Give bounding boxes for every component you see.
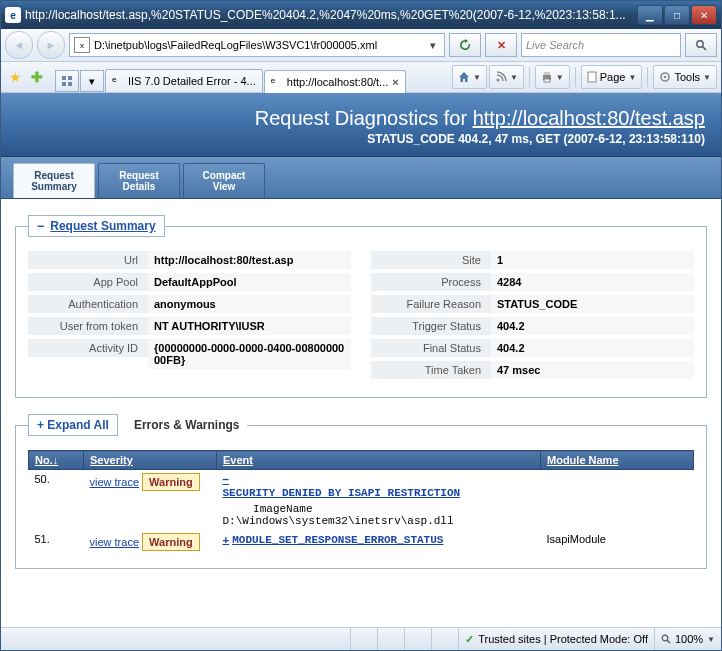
kv-key: User from token (28, 317, 148, 335)
view-trace-link[interactable]: view trace (90, 536, 140, 548)
navbar: ◄ ► x D:\inetpub\logs\FailedReqLogFiles\… (1, 29, 721, 62)
toggle-icon[interactable]: + (223, 533, 230, 546)
toggle-icon[interactable]: − (223, 473, 230, 486)
kv-key: Url (28, 251, 148, 269)
maximize-button[interactable]: □ (664, 5, 690, 25)
kv-value: 4284 (491, 273, 694, 291)
search-input[interactable]: Live Search (521, 33, 681, 57)
close-tab-icon[interactable]: × (392, 76, 398, 88)
kv-key: Site (371, 251, 491, 269)
kv-value: NT AUTHORITY\IUSR (148, 317, 351, 335)
table-row: 50. view trace Warning − SECURITY DENIED… (29, 470, 694, 531)
add-favorite-icon[interactable]: ✚ (27, 67, 47, 87)
ie-icon: e (5, 7, 21, 23)
banner-subtitle: STATUS_CODE 404.2, 47 ms, GET (2007-6-12… (17, 132, 705, 146)
event-name-link[interactable]: SECURITY DENIED BY ISAPI RESTRICTION (223, 487, 461, 499)
kv-row: Failure ReasonSTATUS_CODE (371, 295, 694, 313)
svg-point-13 (662, 635, 668, 641)
kv-key: Trigger Status (371, 317, 491, 335)
chevron-down-icon: ▼ (556, 73, 564, 82)
section-title: Request Summary (50, 219, 155, 233)
event-detail: ImageName D:\Windows\system32\inetsrv\as… (223, 503, 535, 527)
kv-value: 1 (491, 251, 694, 269)
row-number: 50. (29, 470, 84, 531)
diagnostics-url-link[interactable]: http://localhost:80/test.asp (473, 107, 705, 129)
view-trace-link[interactable]: view trace (90, 476, 140, 488)
col-module[interactable]: Module Name (541, 451, 694, 470)
col-severity[interactable]: Severity (84, 451, 217, 470)
svg-rect-4 (62, 82, 66, 86)
address-text: D:\inetpub\logs\FailedReqLogFiles\W3SVC1… (94, 39, 422, 51)
browser-window: e http://localhost/test.asp,%20STATUS_CO… (0, 0, 722, 651)
kv-value: {00000000-0000-0000-0400-0080000000FB} (148, 339, 351, 369)
view-tabs: RequestSummary RequestDetails CompactVie… (1, 157, 721, 199)
minimize-button[interactable]: ▁ (637, 5, 663, 25)
errors-warnings-section: + Expand All Errors & Warnings No.↓ Seve… (15, 414, 707, 569)
collapse-icon: − (37, 219, 44, 233)
page-title: Request Diagnostics for http://localhost… (17, 107, 705, 130)
address-dropdown-icon[interactable]: ▾ (426, 39, 440, 52)
kv-key: Activity ID (28, 339, 148, 357)
svg-rect-10 (588, 72, 596, 82)
svg-rect-3 (68, 76, 72, 80)
check-icon: ✓ (465, 633, 474, 646)
kv-value: 47 msec (491, 361, 694, 379)
tab-compact-view[interactable]: CompactView (183, 163, 265, 198)
event-name-link[interactable]: MODULE_SET_RESPONSE_ERROR_STATUS (232, 534, 443, 546)
search-placeholder: Live Search (526, 39, 584, 51)
module-name: IsapiModule (541, 530, 694, 554)
tab-strip: ▾ e IIS 7.0 Detailed Error - 4... e http… (55, 62, 406, 92)
kv-key: Failure Reason (371, 295, 491, 313)
address-bar[interactable]: x D:\inetpub\logs\FailedReqLogFiles\W3SV… (69, 33, 445, 57)
refresh-button[interactable] (449, 33, 481, 57)
forward-button[interactable]: ► (37, 31, 65, 59)
tab-request-details[interactable]: RequestDetails (98, 163, 180, 198)
kv-value: STATUS_CODE (491, 295, 694, 313)
tools-label: Tools (674, 71, 700, 83)
status-segment (404, 628, 431, 650)
print-button[interactable]: ▼ (535, 65, 570, 89)
kv-row: User from tokenNT AUTHORITY\IUSR (28, 317, 351, 335)
tab-request-summary[interactable]: RequestSummary (13, 163, 95, 198)
search-button[interactable] (685, 33, 717, 57)
feeds-button[interactable]: ▼ (489, 65, 524, 89)
svg-line-1 (703, 47, 707, 51)
kv-row: Site1 (371, 251, 694, 269)
chevron-down-icon: ▼ (510, 73, 518, 82)
request-summary-toggle[interactable]: − Request Summary (28, 215, 165, 237)
zoom-control[interactable]: 100% ▼ (654, 628, 721, 650)
quick-tabs-button[interactable] (55, 70, 79, 92)
close-button[interactable]: ✕ (691, 5, 717, 25)
chevron-down-icon: ▼ (628, 73, 636, 82)
tab-list-button[interactable]: ▾ (80, 70, 104, 92)
zoom-value: 100% (675, 633, 703, 645)
ie-icon: e (112, 75, 124, 87)
expand-all-button[interactable]: + Expand All (28, 414, 118, 436)
section-title: Errors & Warnings (126, 415, 248, 435)
severity-badge: Warning (142, 473, 200, 491)
col-no[interactable]: No.↓ (29, 451, 84, 470)
tab-label: IIS 7.0 Detailed Error - 4... (128, 75, 256, 87)
banner-prefix: Request Diagnostics for (255, 107, 473, 129)
browser-tab-0[interactable]: e IIS 7.0 Detailed Error - 4... (105, 69, 263, 92)
events-table: No.↓ Severity Event Module Name 50. view… (28, 450, 694, 554)
stop-button[interactable]: ✕ (485, 33, 517, 57)
home-button[interactable]: ▼ (452, 65, 487, 89)
favorites-icon[interactable]: ★ (5, 67, 25, 87)
security-zone[interactable]: ✓ Trusted sites | Protected Mode: Off (458, 628, 654, 650)
kv-value: 404.2 (491, 317, 694, 335)
kv-row: Process4284 (371, 273, 694, 291)
kv-row: Trigger Status404.2 (371, 317, 694, 335)
zoom-icon (661, 634, 671, 644)
table-row: 51. view trace Warning + MODULE_SET_RESP… (29, 530, 694, 554)
back-button[interactable]: ◄ (5, 31, 33, 59)
tools-button[interactable]: Tools▼ (653, 65, 717, 89)
content-area: Request Diagnostics for http://localhost… (1, 93, 721, 627)
window-title: http://localhost/test.asp,%20STATUS_CODE… (25, 8, 633, 22)
statusbar: ✓ Trusted sites | Protected Mode: Off 10… (1, 627, 721, 650)
chevron-down-icon: ▼ (703, 73, 711, 82)
col-event[interactable]: Event (217, 451, 541, 470)
page-button[interactable]: Page▼ (581, 65, 643, 89)
row-number: 51. (29, 530, 84, 554)
browser-tab-1[interactable]: e http://localhost:80/t... × (264, 70, 406, 93)
